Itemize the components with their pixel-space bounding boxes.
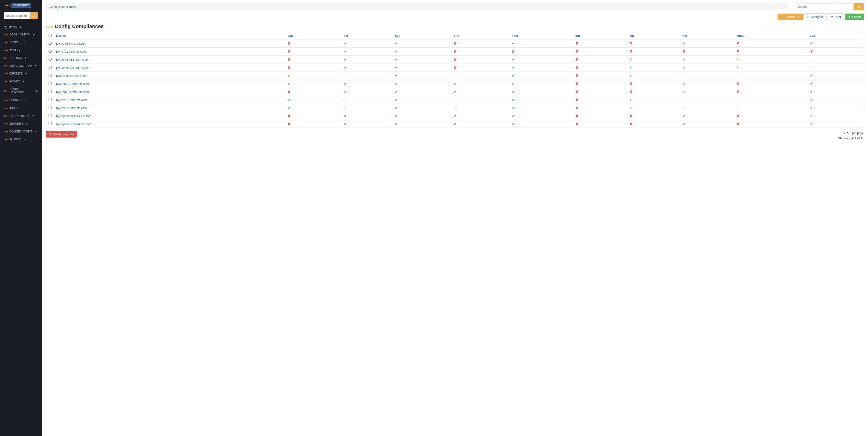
nav-item-secrets[interactable]: >>>Secrets▼: [0, 96, 42, 104]
compliance-cell: ✔: [341, 39, 393, 47]
column-header-device[interactable]: Device: [54, 32, 285, 39]
row-checkbox[interactable]: [49, 90, 52, 93]
nav-item-ipam[interactable]: >>>IPAM▼: [0, 46, 42, 54]
nav-item-circuits[interactable]: >>>Circuits▼: [0, 70, 42, 77]
nav-item-routing[interactable]: >>>Routing▼: [0, 54, 42, 62]
compliance-cell: ✘: [734, 112, 807, 120]
global-search-button[interactable]: [854, 3, 864, 10]
nav-item-security[interactable]: >>>Security▼: [0, 120, 42, 128]
compliance-cell: ✔: [452, 88, 509, 96]
compliance-cell: ✔: [341, 80, 393, 88]
compliance-cell: ✔: [393, 120, 452, 128]
device-link[interactable]: nyc-leaf-02.infra.ntc.com: [56, 90, 89, 94]
column-header-svc[interactable]: svc: [808, 32, 864, 39]
row-checkbox[interactable]: [49, 122, 52, 125]
breadcrumb[interactable]: Config Compliances: [46, 3, 788, 10]
column-header-snmp[interactable]: snmp: [734, 32, 807, 39]
dash-icon: —: [736, 74, 739, 77]
check-icon: ✔: [629, 74, 632, 77]
column-header-ntp[interactable]: ntp: [680, 32, 734, 39]
filter-button[interactable]: Filter: [828, 13, 844, 20]
row-checkbox[interactable]: [49, 82, 52, 85]
caret-down-icon: ▼: [25, 72, 27, 75]
page-title-row: >>> Config Compliances: [46, 24, 864, 29]
compliance-cell: —: [452, 104, 509, 112]
delete-selected-button[interactable]: Delete Selected: [46, 131, 77, 137]
compliance-cell: ✔: [509, 120, 573, 128]
device-link[interactable]: nyc-spine-02.infra.ntc.com: [56, 122, 91, 126]
check-icon: ✔: [683, 122, 685, 126]
table-row: nyc-spine-01.infra.ntc.com✘✔✔✔✔✘✘✔✘✔: [46, 112, 864, 120]
compliance-cell: ✔: [341, 88, 393, 96]
device-link[interactable]: jcy-bb-01.infra.ntc.com: [56, 42, 87, 45]
row-checkbox[interactable]: [49, 114, 52, 117]
row-checkbox[interactable]: [49, 66, 52, 69]
nav-item-extensibility[interactable]: >>>Extensibility▼: [0, 112, 42, 120]
device-link[interactable]: nyc-rtr-02.infra.ntc.com: [56, 106, 87, 110]
dash-icon: —: [683, 98, 685, 102]
nav-item-jobs[interactable]: >>>Jobs▼: [0, 104, 42, 112]
caret-down-icon: ▼: [20, 26, 22, 28]
column-header-log[interactable]: log: [627, 32, 680, 39]
execute-button[interactable]: Execute ▼: [778, 13, 803, 20]
nav-item-device-lifecycle[interactable]: >>>Device Lifecycle▼: [0, 85, 42, 96]
cross-icon: ✘: [629, 122, 632, 126]
device-link[interactable]: nyc-spine-01.infra.ntc.com: [56, 114, 91, 118]
configure-button[interactable]: Configure: [804, 13, 827, 20]
global-search-input[interactable]: [795, 3, 854, 10]
logo[interactable]: >>> nautobot: [0, 3, 42, 10]
row-checkbox[interactable]: [49, 98, 52, 101]
device-link[interactable]: jcy-rtr-01.infra.ntc.com: [56, 50, 86, 53]
export-button[interactable]: Export: [845, 13, 864, 20]
caret-down-icon: ▼: [24, 138, 26, 141]
check-icon: ✔: [512, 114, 515, 118]
nav-item-organization[interactable]: >>>Organization▼: [0, 31, 42, 38]
check-icon: ✔: [683, 58, 685, 61]
sidebar-search-input[interactable]: [4, 12, 30, 19]
nav-item-power[interactable]: >>>Power▼: [0, 77, 42, 85]
user-menu[interactable]: demo ▼: [0, 22, 42, 31]
row-checkbox[interactable]: [49, 58, 52, 61]
compliance-cell: ✘: [452, 47, 509, 56]
cross-icon: ✘: [576, 41, 579, 45]
check-icon: ✔: [454, 122, 457, 126]
nav-item-plugins[interactable]: >>>Plugins▼: [0, 135, 42, 143]
check-icon: ✔: [810, 106, 813, 110]
sidebar-search-button[interactable]: [30, 12, 38, 19]
nav-chevron-icon: >>>: [4, 33, 8, 36]
column-header-acl[interactable]: acl: [341, 32, 393, 39]
column-header-aaa[interactable]: aaa: [285, 32, 341, 39]
select-all-checkbox[interactable]: [49, 34, 52, 37]
compliance-cell: —: [680, 72, 734, 80]
row-checkbox[interactable]: [49, 74, 52, 77]
column-header-host[interactable]: host: [509, 32, 573, 39]
device-link[interactable]: nyc-bb-01.infra.ntc.com: [56, 74, 88, 77]
nav-chevron-icon: >>>: [4, 122, 8, 125]
compliance-cell: —: [808, 56, 864, 64]
compliance-cell: ✘: [627, 39, 680, 47]
nav-item-devices[interactable]: >>>Devices▼: [0, 38, 42, 46]
nav-item-virtualization[interactable]: >>>Virtualization▼: [0, 62, 42, 70]
compliance-cell: ✔: [341, 56, 393, 64]
device-link[interactable]: jcy-spine-01.infra.ntc.com: [56, 58, 90, 61]
nav-label: Jobs: [9, 106, 17, 110]
per-page-select[interactable]: 50: [842, 131, 850, 135]
nav-item-golden-config[interactable]: >>>Golden Config▼: [0, 128, 42, 135]
row-checkbox[interactable]: [49, 106, 52, 109]
column-header-bgp[interactable]: bgp: [393, 32, 452, 39]
compliance-cell: ✔: [341, 47, 393, 56]
compliance-cell: —: [808, 64, 864, 72]
compliance-cell: ✔: [808, 80, 864, 88]
column-header-dns[interactable]: dns: [452, 32, 509, 39]
row-checkbox[interactable]: [49, 42, 52, 45]
nav-chevron-icon: >>>: [4, 107, 8, 110]
device-link[interactable]: jcy-spine-02.infra.ntc.com: [56, 66, 90, 69]
compliance-cell: ✘: [573, 47, 627, 56]
column-header-intf[interactable]: intf: [573, 32, 627, 39]
check-icon: ✔: [454, 81, 457, 86]
nav-chevron-icon: >>>: [4, 99, 8, 102]
compliance-cell: ✘: [734, 120, 807, 128]
row-checkbox[interactable]: [49, 50, 52, 53]
device-link[interactable]: nyc-rtr-01.infra.ntc.com: [56, 98, 87, 102]
device-link[interactable]: nyc-leaf-01.infra.ntc.com: [56, 82, 89, 86]
